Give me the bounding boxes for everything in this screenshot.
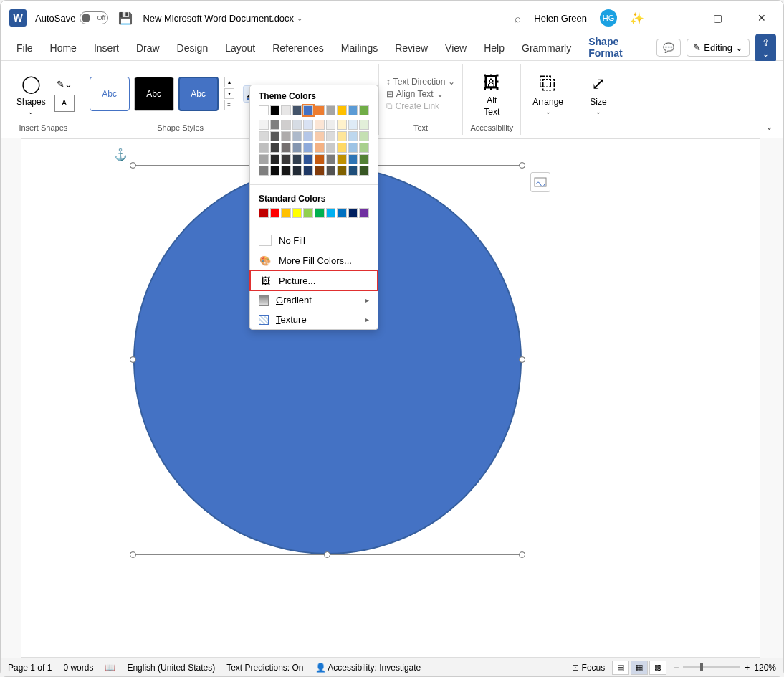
color-swatch[interactable] xyxy=(259,154,269,164)
pending-updates-icon[interactable]: ✨ xyxy=(630,11,644,25)
style-preset-3[interactable]: Abc xyxy=(178,77,219,111)
color-swatch[interactable] xyxy=(281,154,291,164)
color-swatch[interactable] xyxy=(303,154,313,164)
read-mode-button[interactable]: ▤ xyxy=(612,661,629,675)
color-swatch[interactable] xyxy=(303,120,313,130)
color-swatch[interactable] xyxy=(281,120,291,130)
color-swatch[interactable] xyxy=(270,131,280,141)
color-swatch[interactable] xyxy=(303,166,313,176)
color-swatch[interactable] xyxy=(359,131,369,141)
zoom-slider[interactable] xyxy=(683,666,740,668)
arrange-button[interactable]: ⿻ Arrange⌄ xyxy=(528,71,568,117)
page-indicator[interactable]: Page 1 of 1 xyxy=(8,663,52,673)
color-swatch[interactable] xyxy=(292,208,302,218)
collapse-ribbon-button[interactable]: ⌄ xyxy=(765,121,773,132)
color-swatch[interactable] xyxy=(270,208,280,218)
color-swatch[interactable] xyxy=(315,143,325,153)
color-swatch[interactable] xyxy=(292,166,302,176)
color-swatch[interactable] xyxy=(348,154,358,164)
color-swatch[interactable] xyxy=(270,120,280,130)
user-avatar[interactable]: HG xyxy=(600,9,617,27)
save-icon[interactable]: 💾 xyxy=(118,11,133,25)
word-count[interactable]: 0 words xyxy=(63,663,93,673)
style-preset-1[interactable]: Abc xyxy=(90,77,130,111)
color-swatch[interactable] xyxy=(326,208,336,218)
color-swatch[interactable] xyxy=(326,105,336,115)
tab-insert[interactable]: Insert xyxy=(85,38,128,58)
color-swatch[interactable] xyxy=(303,105,313,115)
style-gallery-arrows[interactable]: ▴▾≡ xyxy=(224,77,234,110)
color-swatch[interactable] xyxy=(292,143,302,153)
color-swatch[interactable] xyxy=(315,105,325,115)
align-text-button[interactable]: ⊟ Align Text ⌄ xyxy=(386,89,456,99)
tab-mailings[interactable]: Mailings xyxy=(333,38,386,58)
color-swatch[interactable] xyxy=(348,166,358,176)
text-box-button[interactable]: A xyxy=(54,95,75,112)
color-swatch[interactable] xyxy=(281,105,291,115)
color-swatch[interactable] xyxy=(326,120,336,130)
style-preset-2[interactable]: Abc xyxy=(134,77,174,111)
color-swatch[interactable] xyxy=(348,131,358,141)
color-swatch[interactable] xyxy=(281,143,291,153)
print-layout-button[interactable]: ▦ xyxy=(631,661,648,675)
color-swatch[interactable] xyxy=(337,120,347,130)
color-swatch[interactable] xyxy=(359,154,369,164)
color-swatch[interactable] xyxy=(270,166,280,176)
color-swatch[interactable] xyxy=(281,166,291,176)
color-swatch[interactable] xyxy=(337,105,347,115)
maximize-button[interactable]: ▢ xyxy=(702,6,733,29)
resize-handle[interactable] xyxy=(519,551,525,558)
accessibility-status[interactable]: 👤 Accessibility: Investigate xyxy=(315,663,421,673)
color-swatch[interactable] xyxy=(337,131,347,141)
color-swatch[interactable] xyxy=(292,105,302,115)
resize-handle[interactable] xyxy=(519,356,525,363)
color-swatch[interactable] xyxy=(359,166,369,176)
color-swatch[interactable] xyxy=(303,208,313,218)
size-button[interactable]: ⤢ Size⌄ xyxy=(583,71,614,117)
page[interactable]: ⚓ xyxy=(21,138,760,658)
picture-fill-item[interactable]: 🖼 Picture... xyxy=(250,270,378,290)
color-swatch[interactable] xyxy=(315,166,325,176)
color-swatch[interactable] xyxy=(259,166,269,176)
tab-grammarly[interactable]: Grammarly xyxy=(513,38,580,58)
tab-layout[interactable]: Layout xyxy=(216,38,264,58)
color-swatch[interactable] xyxy=(326,131,336,141)
toggle-switch[interactable]: Off xyxy=(80,11,108,24)
tab-review[interactable]: Review xyxy=(386,38,436,58)
color-swatch[interactable] xyxy=(259,143,269,153)
more-fill-colors-item[interactable]: 🎨 More Fill Colors... xyxy=(250,250,378,270)
color-swatch[interactable] xyxy=(315,208,325,218)
color-swatch[interactable] xyxy=(281,131,291,141)
texture-fill-item[interactable]: Texture ▸ xyxy=(250,310,378,329)
color-swatch[interactable] xyxy=(359,105,369,115)
color-swatch[interactable] xyxy=(259,131,269,141)
color-swatch[interactable] xyxy=(337,166,347,176)
tab-help[interactable]: Help xyxy=(475,38,513,58)
color-swatch[interactable] xyxy=(292,131,302,141)
shapes-button[interactable]: ◯ Shapes⌄ xyxy=(12,71,50,117)
resize-handle[interactable] xyxy=(324,551,330,558)
edit-shape-button[interactable]: ✎⌄ xyxy=(54,76,75,93)
color-swatch[interactable] xyxy=(259,208,269,218)
user-name[interactable]: Helen Green xyxy=(534,13,587,24)
color-swatch[interactable] xyxy=(270,154,280,164)
anchor-icon[interactable]: ⚓ xyxy=(113,148,128,161)
autosave-toggle[interactable]: AutoSave Off xyxy=(35,11,108,24)
language-indicator[interactable]: English (United States) xyxy=(127,663,215,673)
resize-handle[interactable] xyxy=(519,162,525,169)
layout-options-button[interactable] xyxy=(530,172,550,192)
tab-view[interactable]: View xyxy=(436,38,475,58)
zoom-out-button[interactable]: − xyxy=(674,663,679,673)
color-swatch[interactable] xyxy=(348,120,358,130)
comments-button[interactable]: 💬 xyxy=(656,39,681,57)
color-swatch[interactable] xyxy=(259,120,269,130)
color-swatch[interactable] xyxy=(315,120,325,130)
tab-references[interactable]: References xyxy=(264,38,333,58)
search-icon[interactable]: ⌕ xyxy=(515,12,521,24)
text-predictions[interactable]: Text Predictions: On xyxy=(226,663,303,673)
resize-handle[interactable] xyxy=(130,551,136,558)
color-swatch[interactable] xyxy=(359,120,369,130)
gradient-fill-item[interactable]: Gradient ▸ xyxy=(250,290,378,310)
text-direction-button[interactable]: ↕ Text Direction ⌄ xyxy=(386,77,456,87)
tab-design[interactable]: Design xyxy=(168,38,217,58)
